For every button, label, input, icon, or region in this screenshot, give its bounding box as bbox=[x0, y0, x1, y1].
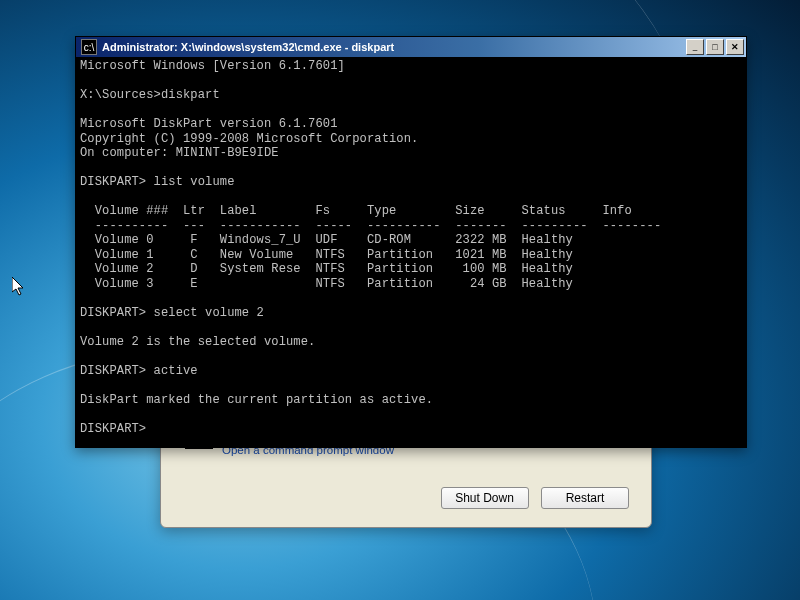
console-line: Copyright (C) 1999-2008 Microsoft Corpor… bbox=[80, 132, 418, 146]
dialog-button-row: Shut Down Restart bbox=[433, 487, 629, 509]
cmd-window[interactable]: c:\ Administrator: X:\windows\system32\c… bbox=[75, 36, 747, 448]
table-row: Volume 1 C New Volume NTFS Partition 102… bbox=[80, 248, 573, 262]
console-line: Microsoft Windows [Version 6.1.7601] bbox=[80, 59, 345, 73]
console-line: X:\Sources>diskpart bbox=[80, 88, 220, 102]
console-line: ---------- --- ----------- ----- -------… bbox=[80, 219, 661, 233]
table-row: Volume 2 D System Rese NTFS Partition 10… bbox=[80, 262, 573, 276]
console-line: DISKPART> list volume bbox=[80, 175, 235, 189]
shutdown-button[interactable]: Shut Down bbox=[441, 487, 529, 509]
console-line: Volume 2 is the selected volume. bbox=[80, 335, 315, 349]
console-line: DiskPart marked the current partition as… bbox=[80, 393, 433, 407]
console-line: DISKPART> bbox=[80, 422, 146, 436]
console-line: Microsoft DiskPart version 6.1.7601 bbox=[80, 117, 338, 131]
restart-button[interactable]: Restart bbox=[541, 487, 629, 509]
console-line: DISKPART> select volume 2 bbox=[80, 306, 264, 320]
console-line: DISKPART> active bbox=[80, 364, 198, 378]
maximize-button[interactable]: □ bbox=[706, 39, 724, 55]
console-output[interactable]: Microsoft Windows [Version 6.1.7601] X:\… bbox=[76, 57, 746, 438]
cmd-icon: c:\ bbox=[81, 39, 97, 55]
window-title: Administrator: X:\windows\system32\cmd.e… bbox=[102, 41, 686, 53]
titlebar[interactable]: c:\ Administrator: X:\windows\system32\c… bbox=[76, 37, 746, 57]
console-line: On computer: MININT-B9E9IDE bbox=[80, 146, 279, 160]
close-button[interactable]: ✕ bbox=[726, 39, 744, 55]
table-row: Volume 0 F Windows_7_U UDF CD-ROM 2322 M… bbox=[80, 233, 573, 247]
console-line: Volume ### Ltr Label Fs Type Size Status… bbox=[80, 204, 632, 218]
minimize-button[interactable]: _ bbox=[686, 39, 704, 55]
table-row: Volume 3 E NTFS Partition 24 GB Healthy bbox=[80, 277, 573, 291]
